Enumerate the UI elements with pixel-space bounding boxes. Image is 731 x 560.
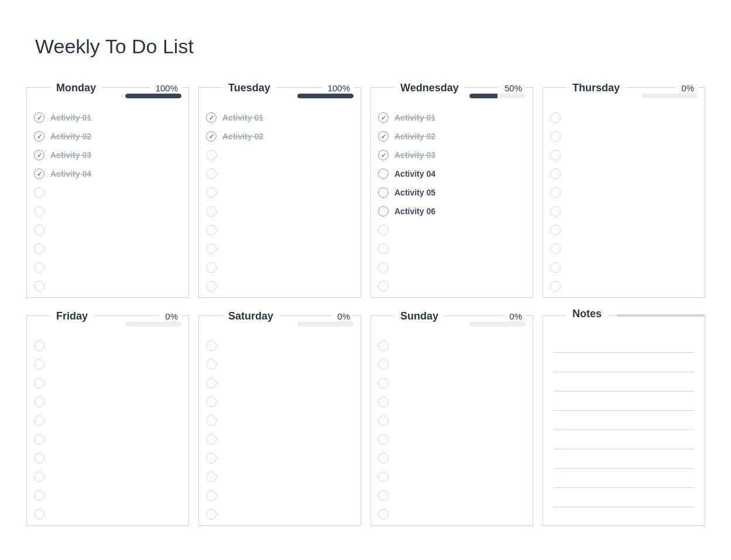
checkbox-empty-icon[interactable] <box>206 434 217 445</box>
task-row[interactable] <box>206 393 354 411</box>
task-label[interactable]: Activity 04 <box>394 169 435 178</box>
checkbox-empty-icon[interactable] <box>378 206 389 217</box>
task-row[interactable] <box>34 393 181 411</box>
checkbox-empty-icon[interactable] <box>206 206 217 217</box>
task-row[interactable] <box>206 277 354 296</box>
task-row[interactable]: ✓Activity 03 <box>378 146 526 164</box>
checkbox-empty-icon[interactable] <box>378 187 389 198</box>
checkbox-empty-icon[interactable] <box>34 490 44 501</box>
checkbox-empty-icon[interactable] <box>34 509 44 520</box>
task-row[interactable] <box>206 183 354 202</box>
task-label[interactable]: Activity 05 <box>394 188 435 197</box>
task-row[interactable] <box>550 202 698 221</box>
task-row[interactable] <box>34 183 181 202</box>
checkbox-empty-icon[interactable] <box>206 378 217 389</box>
checkbox-empty-icon[interactable] <box>378 243 389 254</box>
task-row[interactable] <box>34 411 181 430</box>
checkbox-empty-icon[interactable] <box>378 262 389 273</box>
checkbox-empty-icon[interactable] <box>550 169 561 179</box>
task-row[interactable] <box>550 146 698 164</box>
checkbox-empty-icon[interactable] <box>34 187 44 198</box>
note-line[interactable] <box>554 488 694 507</box>
task-row[interactable] <box>206 430 354 449</box>
task-row[interactable] <box>378 486 526 505</box>
checkbox-checked-icon[interactable]: ✓ <box>34 169 44 179</box>
checkbox-empty-icon[interactable] <box>378 415 389 426</box>
task-row[interactable]: Activity 06 <box>378 202 526 221</box>
task-row[interactable] <box>34 277 181 296</box>
task-row[interactable]: ✓Activity 01 <box>206 108 354 127</box>
checkbox-empty-icon[interactable] <box>378 225 389 235</box>
task-row[interactable] <box>550 183 698 202</box>
task-row[interactable] <box>550 277 698 296</box>
checkbox-empty-icon[interactable] <box>206 397 217 407</box>
task-row[interactable] <box>206 411 354 430</box>
task-label[interactable]: Activity 04 <box>50 169 91 178</box>
checkbox-empty-icon[interactable] <box>550 281 561 291</box>
checkbox-empty-icon[interactable] <box>34 262 44 273</box>
checkbox-empty-icon[interactable] <box>206 187 217 198</box>
checkbox-empty-icon[interactable] <box>34 453 44 463</box>
task-row[interactable] <box>206 374 354 393</box>
task-row[interactable] <box>206 146 354 164</box>
task-row[interactable]: ✓Activity 02 <box>206 127 354 146</box>
task-label[interactable]: Activity 02 <box>394 132 435 141</box>
checkbox-empty-icon[interactable] <box>34 378 44 389</box>
task-row[interactable] <box>550 164 698 183</box>
task-row[interactable] <box>206 336 354 355</box>
checkbox-empty-icon[interactable] <box>378 490 389 501</box>
note-line[interactable] <box>554 334 694 353</box>
checkbox-empty-icon[interactable] <box>34 415 44 426</box>
checkbox-empty-icon[interactable] <box>550 112 561 123</box>
checkbox-empty-icon[interactable] <box>206 281 217 291</box>
checkbox-empty-icon[interactable] <box>550 206 561 217</box>
checkbox-empty-icon[interactable] <box>34 281 44 291</box>
note-line[interactable] <box>554 353 694 372</box>
task-row[interactable]: Activity 04 <box>378 164 526 183</box>
task-row[interactable] <box>34 486 181 505</box>
task-row[interactable]: ✓Activity 04 <box>34 164 181 183</box>
checkbox-checked-icon[interactable]: ✓ <box>206 131 217 142</box>
task-row[interactable] <box>206 258 354 277</box>
checkbox-empty-icon[interactable] <box>206 359 217 370</box>
checkbox-empty-icon[interactable] <box>206 415 217 426</box>
task-row[interactable] <box>206 355 354 374</box>
task-label[interactable]: Activity 02 <box>50 132 91 141</box>
task-row[interactable] <box>34 449 181 468</box>
task-label[interactable]: Activity 03 <box>50 150 91 160</box>
checkbox-empty-icon[interactable] <box>34 341 44 351</box>
note-line[interactable] <box>554 411 694 430</box>
checkbox-checked-icon[interactable]: ✓ <box>34 131 44 142</box>
task-row[interactable]: Activity 05 <box>378 183 526 202</box>
task-row[interactable] <box>34 468 181 486</box>
checkbox-empty-icon[interactable] <box>206 509 217 520</box>
checkbox-checked-icon[interactable]: ✓ <box>34 112 44 123</box>
task-row[interactable]: ✓Activity 01 <box>34 108 181 127</box>
checkbox-empty-icon[interactable] <box>206 472 217 482</box>
task-row[interactable] <box>550 258 698 277</box>
checkbox-empty-icon[interactable] <box>34 434 44 445</box>
checkbox-empty-icon[interactable] <box>378 359 389 370</box>
task-row[interactable] <box>34 221 181 239</box>
note-line[interactable] <box>554 469 694 488</box>
task-label[interactable]: Activity 02 <box>222 132 263 141</box>
task-row[interactable] <box>378 505 526 524</box>
checkbox-empty-icon[interactable] <box>206 169 217 179</box>
note-line[interactable] <box>554 430 694 449</box>
checkbox-checked-icon[interactable]: ✓ <box>34 150 44 160</box>
task-row[interactable] <box>378 277 526 296</box>
checkbox-empty-icon[interactable] <box>550 150 561 160</box>
task-row[interactable] <box>206 468 354 486</box>
checkbox-empty-icon[interactable] <box>206 453 217 463</box>
checkbox-empty-icon[interactable] <box>206 262 217 273</box>
task-row[interactable] <box>378 374 526 393</box>
task-row[interactable] <box>378 468 526 486</box>
checkbox-empty-icon[interactable] <box>206 490 217 501</box>
task-row[interactable] <box>550 239 698 258</box>
checkbox-checked-icon[interactable]: ✓ <box>378 131 389 142</box>
checkbox-empty-icon[interactable] <box>378 472 389 482</box>
task-row[interactable]: ✓Activity 01 <box>378 108 526 127</box>
task-row[interactable]: ✓Activity 02 <box>378 127 526 146</box>
task-row[interactable] <box>550 127 698 146</box>
task-row[interactable] <box>378 336 526 355</box>
